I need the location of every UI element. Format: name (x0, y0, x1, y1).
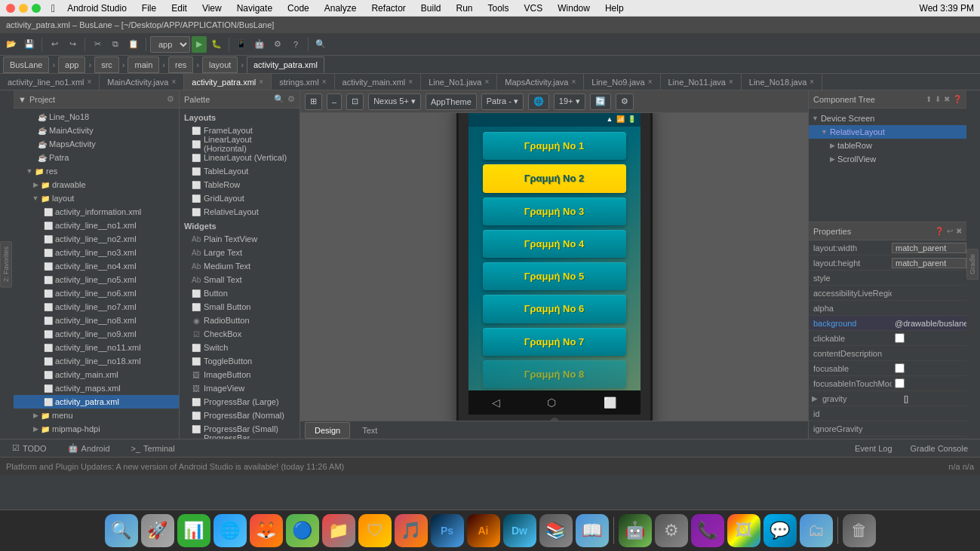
file-tab-6[interactable]: MapsActivity.java × (497, 74, 584, 90)
dock-skype[interactable]: 💬 (763, 514, 797, 547)
mode-tab-design[interactable]: Design (305, 422, 350, 439)
close-button[interactable] (6, 4, 15, 13)
palette-imagebutton[interactable]: 🖼ImageButton (180, 368, 300, 381)
dock-filezilla[interactable]: 📁 (322, 514, 355, 547)
design-activity-selector[interactable]: Patra - ▾ (481, 93, 524, 110)
tree-main-activity[interactable]: ☕ MainActivity (14, 124, 179, 137)
menu-help[interactable]: Help (599, 0, 630, 17)
palette-gridlayout[interactable]: ⬜GridLayout (180, 191, 300, 205)
breadcrumb-src[interactable]: src (94, 57, 119, 73)
palette-button[interactable]: ⬜Button (180, 286, 300, 300)
prop-icon-3[interactable]: ✖ (956, 227, 962, 235)
palette-progressbar-large[interactable]: ⬜ProgressBar (Large) (180, 395, 300, 409)
dock-dashboard[interactable]: 📊 (177, 514, 210, 547)
palette-plain-textview[interactable]: AbPlain TextView (180, 232, 300, 246)
tab-close-8[interactable]: × (729, 78, 733, 86)
tree-drawable[interactable]: ▶ 📁 drawable (14, 178, 179, 191)
side-label-gradle[interactable]: Gradle (966, 249, 978, 280)
tab-close-6[interactable]: × (571, 78, 576, 86)
comp-table-row[interactable]: ▶ tableRow (809, 139, 966, 152)
palette-small-button[interactable]: ⬜Small Button (180, 300, 300, 314)
tree-menu[interactable]: ▶ 📁 menu (14, 409, 179, 422)
dock-finder[interactable]: 🔍 (105, 514, 138, 547)
prop-value-gravity[interactable]: [] (901, 394, 966, 403)
breadcrumb-busLane[interactable]: BusLane (3, 57, 49, 73)
tree-line-no18[interactable]: ☕ Line_No18 (14, 110, 179, 124)
file-tab-0[interactable]: activity_line_no1.xml × (0, 74, 100, 90)
nav-recent-icon[interactable]: ⬜ (604, 396, 616, 409)
menu-window[interactable]: Window (551, 0, 596, 17)
tab-close-5[interactable]: × (484, 78, 489, 86)
bottom-gradle-console[interactable]: Gradle Console (905, 439, 974, 458)
comp-tree-icon-4[interactable]: ❓ (953, 95, 962, 103)
tree-line-no3[interactable]: ⬜ activity_line__no3.xml (14, 246, 179, 259)
tree-mipmap-hdpi[interactable]: ▶ 📁 mipmap-hdpi (14, 422, 179, 436)
design-lang-selector[interactable]: 🌐 (528, 93, 549, 110)
palette-relativelayout[interactable]: ⬜RelativeLayout (180, 205, 300, 219)
dock-dreamweaver[interactable]: Dw (503, 514, 536, 547)
comp-tree-icon-2[interactable]: ⬇ (935, 95, 941, 103)
design-settings-btn[interactable]: ⚙ (616, 93, 634, 110)
prop-icon-2[interactable]: ↩ (947, 227, 953, 235)
tab-close-0[interactable]: × (88, 78, 92, 86)
side-label-favorites[interactable]: 2: Favorites (0, 241, 12, 287)
prop-expand-gravity[interactable]: ▶ (809, 394, 818, 403)
dock-photoshop[interactable]: Ps (431, 514, 464, 547)
tree-res[interactable]: ▼ 📁 res (14, 164, 179, 178)
tree-line-no9[interactable]: ⬜ activity_line__no9.xml (14, 327, 179, 341)
breadcrumb-layout[interactable]: layout (202, 57, 238, 73)
toolbar-paste-btn[interactable]: 📋 (125, 36, 142, 53)
tab-close-1[interactable]: × (171, 78, 176, 86)
palette-settings-icon[interactable]: ⚙ (287, 94, 295, 104)
project-header-gear[interactable]: ⚙ (167, 94, 174, 104)
line-btn-6[interactable]: Γραμμή No 6 (483, 295, 626, 323)
tree-layout[interactable]: ▼ 📁 layout (14, 191, 179, 205)
dock-avast[interactable]: 🛡 (358, 514, 392, 547)
menu-refactor[interactable]: Refactor (365, 0, 411, 17)
menu-view[interactable]: View (196, 0, 228, 17)
maximize-button[interactable] (32, 4, 41, 13)
dock-photos[interactable]: 🖼 (727, 514, 760, 547)
prop-value-background[interactable]: @drawable/buslanelarge (892, 319, 966, 328)
comp-tree-icon-3[interactable]: ✖ (944, 95, 950, 103)
tree-activity-maps[interactable]: ⬜ activity_maps.xml (14, 381, 179, 395)
tab-close-3[interactable]: × (322, 78, 327, 86)
design-theme-selector[interactable]: AppTheme (425, 93, 477, 110)
tree-maps-activity[interactable]: ☕ MapsActivity (14, 137, 179, 151)
toolbar-redo-btn[interactable]: ↪ (64, 36, 81, 53)
dock-kindle[interactable]: 📚 (539, 514, 573, 547)
palette-tablelayout[interactable]: ⬜TableLayout (180, 164, 300, 178)
dock-itunes[interactable]: 🎵 (395, 514, 428, 547)
palette-imageview[interactable]: 🖼ImageView (180, 381, 300, 395)
breadcrumb-main[interactable]: main (127, 57, 159, 73)
tree-line-no6[interactable]: ⬜ activity_line__no6.xml (14, 286, 179, 300)
line-btn-3[interactable]: Γραμμή No 3 (483, 197, 626, 225)
comp-scroll-view[interactable]: ▶ ScrollView (809, 152, 966, 166)
design-refresh-btn[interactable]: 🔄 (590, 93, 611, 110)
dock-firefox[interactable]: 🦊 (250, 514, 283, 547)
palette-togglebutton[interactable]: ⬜ToggleButton (180, 354, 300, 368)
tab-close-7[interactable]: × (648, 78, 653, 86)
palette-small-text[interactable]: AbSmall Text (180, 273, 300, 286)
file-tab-7[interactable]: Line_No9.java × (584, 74, 660, 90)
file-tab-8[interactable]: Line_No11.java × (661, 74, 742, 90)
prop-check-clickable[interactable] (895, 333, 905, 343)
design-zoom-100[interactable]: ⊡ (346, 93, 364, 110)
menu-edit[interactable]: Edit (165, 0, 193, 17)
menu-file[interactable]: File (136, 0, 162, 17)
toolbar-copy-btn[interactable]: ⧉ (107, 36, 124, 53)
toolbar-save-btn[interactable]: 💾 (21, 36, 38, 53)
run-config-selector[interactable]: app (150, 36, 190, 53)
toolbar-settings-btn[interactable]: ⚙ (269, 36, 286, 53)
tree-line-no7[interactable]: ⬜ activity_line__no7.xml (14, 300, 179, 314)
prop-icon-1[interactable]: ❓ (935, 227, 944, 235)
bottom-event-log[interactable]: Event Log (849, 439, 899, 458)
debug-button[interactable]: 🐛 (208, 36, 225, 53)
menu-android-studio[interactable]: Android Studio (61, 0, 133, 17)
file-tab-5[interactable]: Line_No1.java × (421, 74, 497, 90)
menu-run[interactable]: Run (450, 0, 479, 17)
line-btn-1[interactable]: Γραμμή No 1 (483, 132, 626, 160)
toolbar-search-btn[interactable]: 🔍 (312, 36, 329, 53)
dock-system-prefs[interactable]: ⚙ (655, 514, 688, 547)
nav-back-icon[interactable]: ◁ (492, 396, 500, 409)
